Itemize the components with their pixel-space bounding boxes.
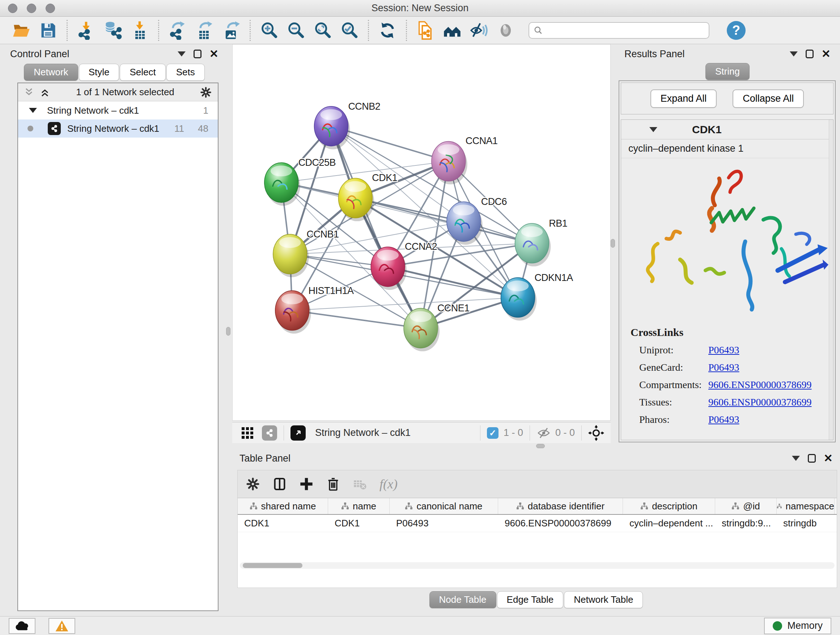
gear-icon[interactable] [200,86,212,98]
import-network-from-database-button[interactable] [101,19,125,42]
pan-crosshair-icon[interactable] [588,425,604,441]
add-column-icon[interactable] [299,477,314,491]
export-table-button[interactable] [193,19,216,42]
cloud-icon [15,621,29,631]
tab-edge-table[interactable]: Edge Table [497,591,564,608]
column-header-database-identifier[interactable]: database identifier [498,498,623,514]
table-panel-title: Table Panel [240,453,291,464]
table-cell[interactable]: CDK1 [328,515,390,532]
protein-expander-icon[interactable] [649,127,657,132]
edge-HIST1H1A-CCNE1[interactable] [292,310,421,328]
float-panel-icon[interactable] [194,50,202,58]
import-network-file-button[interactable] [74,19,98,42]
tab-network[interactable]: Network [24,64,78,81]
table-cell[interactable]: CDK1 [238,515,328,532]
node-CCNB2[interactable] [314,106,350,149]
network-canvas[interactable]: CCNB2CCNA1CDC25BCDK1CDC6RB1CCNB1CCNA2CDK… [232,44,611,421]
search-icon [534,26,543,35]
hide-glass-effects-button[interactable] [467,19,491,42]
tab-node-table[interactable]: Node Table [429,591,496,608]
zoom-selected-button[interactable] [338,19,362,42]
warnings-button[interactable] [49,618,75,634]
table-cell[interactable]: 9606.ENSP00000378699 [498,515,623,532]
search-field[interactable] [529,22,709,39]
column-header-namespace[interactable]: namespace [777,498,835,514]
horizontal-splitter-handle[interactable] [536,444,545,448]
apply-layout-button[interactable] [376,19,399,42]
expand-all-button[interactable]: Expand All [651,89,717,108]
table-horizontal-scrollbar[interactable] [240,562,835,569]
table-cell[interactable]: stringdb [777,515,835,532]
column-header-name[interactable]: name [328,498,390,514]
show-columns-icon[interactable] [272,477,287,491]
string-home-button[interactable] [440,19,464,42]
node-RB1[interactable] [515,223,551,266]
expand-all-icon[interactable] [40,87,51,97]
right-splitter-handle[interactable] [611,239,615,248]
node-CDC6[interactable] [447,202,483,245]
node-CDKN1A[interactable] [501,278,537,321]
crosslink-link[interactable]: 9606.ENSP00000378699 [708,379,812,391]
left-splitter-handle[interactable] [226,327,231,336]
tab-sets[interactable]: Sets [166,64,205,81]
tab-style[interactable]: Style [79,64,119,81]
panel-menu-icon[interactable] [178,51,186,57]
network-collection-row[interactable]: String Network – cdk1 1 [18,101,218,119]
float-panel-icon[interactable] [808,454,816,463]
node-CCNE1[interactable] [404,309,439,352]
close-panel-icon[interactable]: ✕ [210,49,218,59]
export-image-button[interactable] [219,19,243,42]
table-gear-icon[interactable] [246,477,260,491]
memory-button[interactable]: Memory [764,618,831,634]
close-panel-icon[interactable]: ✕ [824,453,833,464]
crosslink-link[interactable]: P06493 [708,414,739,425]
crosslink-label: GeneCard: [630,362,708,373]
zoom-in-button[interactable] [257,19,281,42]
cloud-button[interactable] [9,618,35,634]
table-row[interactable]: CDK1CDK1P064939606.ENSP00000378699cyclin… [238,515,837,532]
network-row[interactable]: String Network – cdk1 11 48 [18,119,218,138]
save-session-button[interactable] [36,19,60,42]
table-cell[interactable]: cyclin–dependent ... [623,515,715,532]
close-panel-icon[interactable]: ✕ [821,49,831,59]
crosslink-link[interactable]: P06493 [708,344,739,356]
node-CCNB1[interactable] [273,234,309,277]
results-scrollbar[interactable] [829,120,833,440]
delete-column-icon[interactable] [326,477,340,491]
column-header-description[interactable]: description [623,498,715,514]
import-table-button[interactable] [128,19,152,42]
open-session-button[interactable] [9,19,33,42]
zoom-fit-button[interactable] [311,19,335,42]
node-CDC25B[interactable] [264,163,300,206]
node-CCNA2[interactable] [371,247,407,290]
birds-eye-view-icon[interactable] [291,425,306,440]
tab-network-table[interactable]: Network Table [564,591,643,608]
table-cell[interactable]: P06493 [390,515,498,532]
table-cell[interactable]: stringdb:9... [715,515,777,532]
panel-menu-icon[interactable] [790,51,798,57]
collapse-all-icon[interactable] [24,87,35,97]
network-share-badge-icon[interactable] [262,425,277,440]
column-header-canonical-name[interactable]: canonical name [390,498,498,514]
node-HIST1H1A[interactable] [275,291,311,334]
node-CCNA1[interactable] [431,141,467,184]
crosslink-link[interactable]: 9606.ENSP00000378699 [708,396,812,408]
crosslink-link[interactable]: P06493 [708,362,739,373]
node-CDK1[interactable] [338,178,374,221]
column-header-@id[interactable]: @id [715,498,777,514]
help-button[interactable]: ? [727,21,745,40]
export-network-button[interactable] [166,19,189,42]
float-panel-icon[interactable] [806,50,813,58]
column-header-shared-name[interactable]: shared name [238,498,328,514]
search-input[interactable] [546,25,704,35]
tab-string[interactable]: String [706,63,750,80]
selected-checkbox-icon[interactable]: ✓ [487,427,499,439]
panel-menu-icon[interactable] [792,456,800,461]
zoom-out-button[interactable] [284,19,308,42]
string-import-button[interactable] [414,19,437,42]
tab-select[interactable]: Select [120,64,165,81]
show-graphics-details-button[interactable] [494,19,518,42]
collection-expander-icon[interactable] [29,108,37,113]
view-grid-icon[interactable] [240,426,255,440]
collapse-all-button[interactable]: Collapse All [733,89,804,108]
